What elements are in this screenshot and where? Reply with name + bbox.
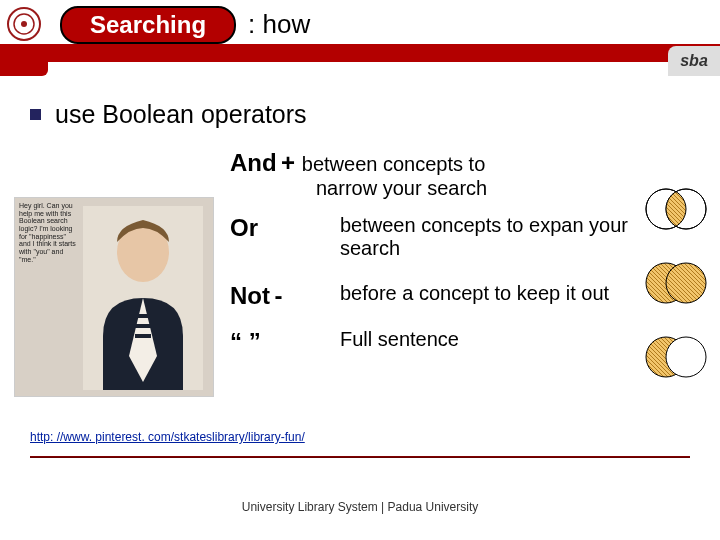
university-seal-icon [6, 6, 42, 42]
operator-name: Not [230, 282, 270, 309]
tab-searching: Searching [60, 6, 236, 44]
operator-row-quotes: “ ” Full sentence [230, 328, 690, 356]
svg-rect-7 [135, 334, 151, 338]
content-area: use Boolean operators Hey girl. Can you … [30, 100, 690, 370]
venn-column [632, 185, 720, 407]
operator-name: And [230, 149, 277, 176]
footer-text: University Library System | Padua Univer… [0, 500, 720, 514]
operator-row-or: Or between concepts to expan your search [230, 214, 690, 260]
venn-not-icon [632, 333, 720, 381]
operator-row-and: And + between concepts to narrow your se… [230, 149, 690, 200]
person-photo-icon [83, 206, 203, 390]
meme-caption: Hey girl. Can you help me with this Bool… [19, 202, 77, 264]
operator-name: Or [230, 214, 258, 241]
header-step [0, 62, 48, 76]
svg-rect-6 [135, 324, 151, 328]
operator-symbol: + [281, 149, 302, 176]
operator-desc: between concepts to [302, 153, 485, 175]
svg-point-17 [666, 263, 706, 303]
bullet-icon [30, 109, 41, 120]
svg-point-2 [21, 21, 27, 27]
header-subtitle: : how [248, 9, 310, 40]
venn-and-icon [632, 185, 720, 233]
meme-image: Hey girl. Can you help me with this Bool… [14, 197, 214, 397]
divider [30, 456, 690, 458]
operator-symbol: - [274, 282, 282, 309]
operator-name: “ ” [230, 328, 261, 355]
source-link[interactable]: http: //www. pinterest. com/stkateslibra… [30, 430, 305, 444]
header: Searching : how sba [0, 0, 720, 56]
operator-row-not: Not - before a concept to keep it out [230, 282, 690, 310]
venn-or-icon [632, 259, 720, 307]
header-bar [0, 44, 720, 62]
svg-point-23 [666, 337, 706, 377]
page-title: use Boolean operators [55, 100, 307, 129]
sba-logo: sba [668, 46, 720, 76]
svg-rect-5 [135, 314, 151, 318]
